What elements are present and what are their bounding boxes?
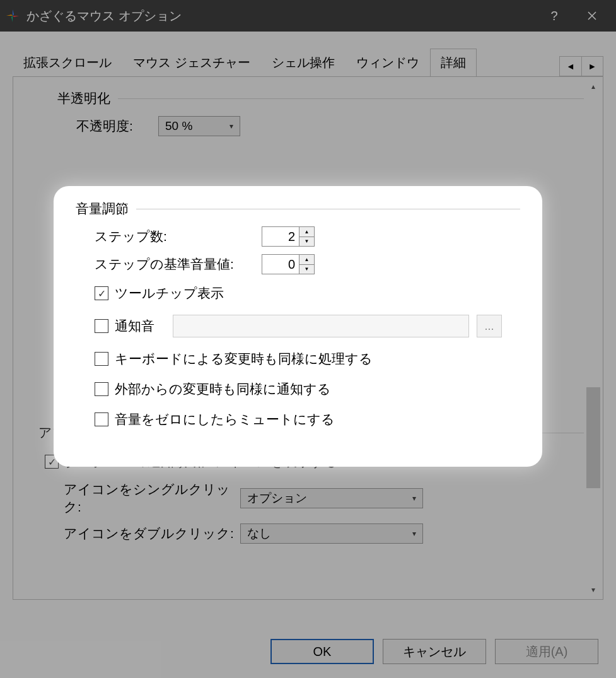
tab-window[interactable]: ウィンドウ — [346, 49, 430, 77]
single-click-combo[interactable]: オプション ▾ — [240, 488, 423, 508]
base-label: ステップの基準音量値: — [95, 255, 262, 273]
titlebar: かざぐるマウス オプション ? — [0, 0, 616, 32]
keyboard-checkbox[interactable] — [95, 352, 108, 366]
divider — [118, 98, 584, 99]
scroll-up-icon[interactable]: ▴ — [585, 78, 601, 95]
external-checkbox[interactable] — [95, 382, 108, 396]
opacity-label: 不透明度: — [76, 117, 158, 135]
close-button[interactable] — [573, 0, 611, 32]
single-click-label: アイコンをシングルクリック: — [64, 481, 240, 516]
base-up-icon[interactable]: ▲ — [299, 255, 314, 264]
sound-label: 通知音 — [115, 317, 165, 335]
tab-detail[interactable]: 詳細 — [430, 49, 477, 77]
tooltip-label: ツールチップ表示 — [115, 284, 224, 302]
scroll-thumb[interactable] — [586, 387, 600, 488]
chevron-down-icon: ▾ — [412, 529, 416, 538]
steps-input[interactable] — [262, 226, 299, 247]
apply-button[interactable]: 適用(A) — [495, 639, 598, 664]
external-label: 外部からの変更時も同様に通知する — [115, 380, 331, 398]
volume-legend: 音量調節 — [76, 200, 136, 218]
tooltip-checkbox[interactable]: ✓ — [95, 286, 108, 300]
base-down-icon[interactable]: ▼ — [299, 264, 314, 274]
window-title: かざぐるマウス オプション — [26, 8, 535, 25]
chevron-down-icon: ▾ — [230, 122, 233, 131]
scroll-down-icon[interactable]: ▾ — [585, 582, 601, 598]
tab-nav-left[interactable]: ◄ — [560, 57, 581, 76]
browse-button[interactable]: ... — [477, 315, 502, 337]
keyboard-label: キーボードによる変更時も同様に処理する — [115, 350, 373, 368]
steps-spinner[interactable]: ▲ ▼ — [262, 226, 315, 247]
opacity-combo[interactable]: 50 % ▾ — [158, 116, 240, 136]
tab-nav-right[interactable]: ► — [581, 57, 603, 76]
sound-checkbox[interactable] — [95, 319, 108, 333]
steps-label: ステップ数: — [95, 228, 262, 245]
transparency-group: 半透明化 不透明度: 50 % ▾ — [57, 90, 584, 140]
scrollbar[interactable]: ▴ ▾ — [585, 78, 601, 598]
opacity-value: 50 % — [165, 119, 192, 133]
tab-gesture[interactable]: マウス ジェスチャー — [122, 49, 261, 77]
base-input[interactable] — [262, 254, 299, 274]
transparency-legend: 半透明化 — [57, 90, 118, 107]
double-click-label: アイコンをダブルクリック: — [64, 525, 240, 542]
divider — [136, 209, 520, 209]
base-spinner[interactable]: ▲ ▼ — [262, 254, 315, 274]
tab-scroll[interactable]: 拡張スクロール — [13, 49, 122, 77]
help-button[interactable]: ? — [535, 0, 573, 32]
steps-up-icon[interactable]: ▲ — [299, 227, 314, 237]
footer-buttons: OK キャンセル 適用(A) — [270, 639, 598, 664]
tab-nav: ◄ ► — [559, 56, 603, 76]
double-click-value: なし — [247, 525, 271, 542]
double-click-combo[interactable]: なし ▾ — [240, 523, 423, 544]
app-icon — [5, 8, 20, 23]
tab-shell[interactable]: シェル操作 — [261, 49, 346, 77]
tabs-row: 拡張スクロール マウス ジェスチャー シェル操作 ウィンドウ 詳細 ◄ ► — [13, 50, 603, 77]
sound-path-input[interactable] — [173, 315, 469, 337]
zero-mute-checkbox[interactable] — [95, 412, 108, 426]
ok-button[interactable]: OK — [270, 639, 374, 664]
steps-down-icon[interactable]: ▼ — [299, 237, 314, 247]
volume-group: 音量調節 ステップ数: ▲ ▼ ステップの基準音量値: ▲ ▼ ✓ ツールチップ… — [54, 186, 542, 467]
cancel-button[interactable]: キャンセル — [383, 639, 486, 664]
zero-mute-label: 音量をゼロにしたらミュートにする — [115, 411, 335, 428]
single-click-value: オプション — [247, 490, 307, 506]
chevron-down-icon: ▾ — [412, 494, 416, 503]
